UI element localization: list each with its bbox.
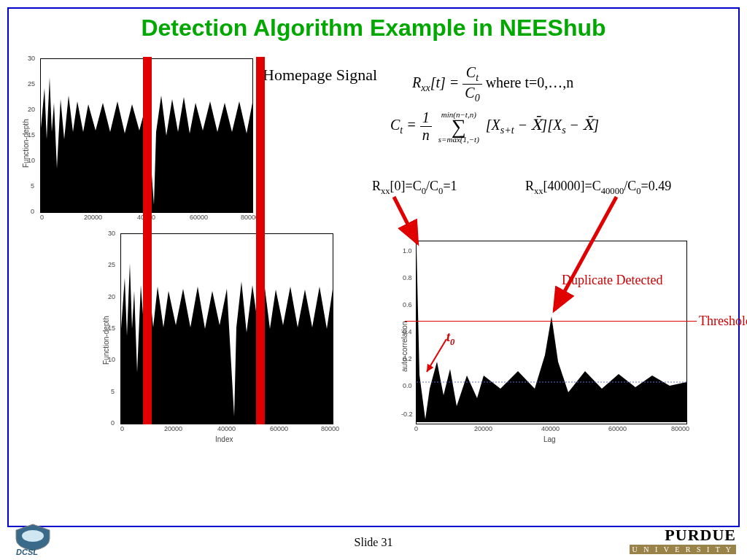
ytick: 10: [108, 356, 115, 363]
svg-line-2: [554, 197, 616, 310]
ytick: 20: [108, 293, 115, 300]
xtick: 0: [414, 425, 418, 432]
xtick: 80000: [321, 425, 339, 432]
ytick: -0.2: [401, 411, 413, 418]
xtick: 60000: [608, 425, 627, 432]
xaxis-label-autocorr: Lag: [543, 435, 556, 443]
arrow-rxx0: [372, 193, 438, 252]
xtick: 40000: [217, 425, 236, 432]
xtick: 0: [40, 214, 44, 221]
ytick: 0.4: [403, 328, 412, 335]
ytick: 30: [28, 55, 35, 62]
red-marker-1: [143, 57, 152, 424]
ytick: 15: [28, 131, 35, 139]
xtick: 0: [120, 425, 124, 432]
ytick: 15: [108, 324, 115, 332]
ytick: 25: [28, 80, 35, 88]
ytick: 0.6: [403, 301, 412, 308]
signal-plot-bottom: [121, 234, 333, 424]
slide-title: Detection Algorithm Example in NEEShub: [0, 15, 747, 42]
ytick: 20: [28, 106, 35, 113]
threshold-label: Threshold: [699, 314, 747, 329]
t0-label: t0: [446, 330, 454, 348]
xtick: 60000: [190, 214, 208, 221]
xaxis-label-bottom: Index: [215, 435, 233, 443]
ytick: 25: [108, 261, 115, 268]
ytick: 10: [28, 157, 35, 164]
duplicate-detected-label: Duplicate Detected: [562, 273, 662, 288]
arrow-rxx40000: [540, 193, 627, 317]
xtick: 20000: [474, 425, 492, 432]
ytick: 5: [31, 182, 34, 190]
formula-ct: Ct = 1n min(n−t,n) ∑ s=max(1,−t) [Xs+t −…: [390, 109, 599, 144]
xtick: 20000: [164, 425, 182, 432]
formula-rxx: Rxx[t] = CtC0 where t=0,…,n: [412, 64, 573, 104]
logo-purdue: PURDUE U N I V E R S I T Y: [630, 526, 736, 554]
logo-dcsl: DCSL: [7, 523, 58, 556]
ytick: 0.8: [403, 274, 412, 281]
ytick: 0: [111, 419, 115, 427]
ytick: 0: [31, 208, 34, 215]
ytick: 0.2: [403, 355, 412, 362]
svg-line-3: [427, 339, 446, 372]
svg-line-1: [394, 197, 417, 243]
xtick: 60000: [270, 425, 288, 432]
ytick: 5: [111, 388, 115, 395]
xtick: 20000: [84, 214, 102, 221]
svg-point-4: [22, 530, 44, 542]
chart-bottom-left: [120, 233, 333, 424]
threshold-line: [405, 321, 697, 322]
ytick: 0.0: [403, 382, 412, 389]
ytick: 30: [108, 230, 115, 237]
red-marker-2: [256, 57, 265, 424]
homepage-signal-label: Homepage Signal: [263, 66, 377, 85]
xtick: 40000: [541, 425, 560, 432]
xtick: 80000: [671, 425, 689, 432]
